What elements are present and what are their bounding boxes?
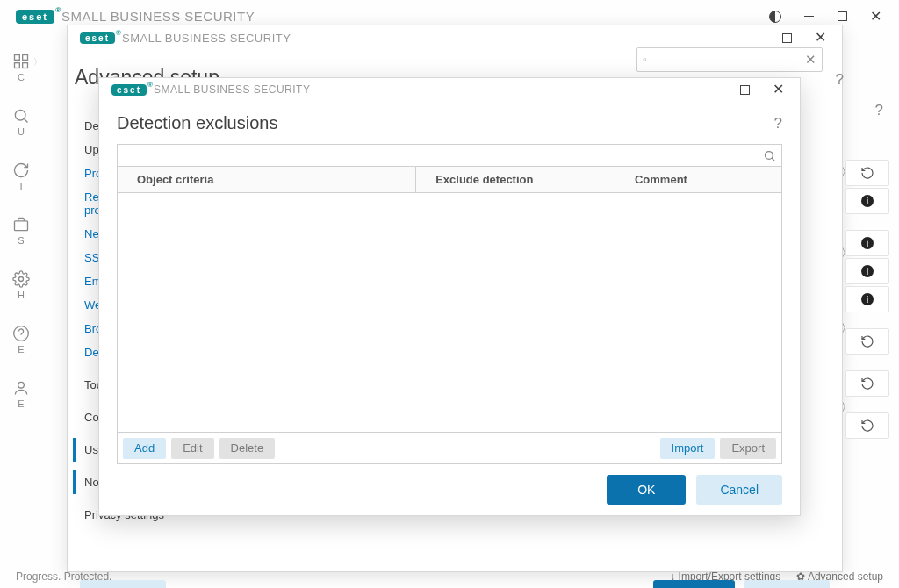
ok-button[interactable]: OK xyxy=(653,580,735,588)
adv-search-input[interactable] xyxy=(647,54,805,67)
eset-logo: eset SMALL BUSINESS SECURITY xyxy=(80,32,291,45)
cancel-button[interactable]: Cancel xyxy=(696,475,782,505)
info-icon[interactable]: i xyxy=(845,230,889,256)
svg-line-5 xyxy=(24,118,27,122)
revert-icon[interactable] xyxy=(845,412,889,439)
adv-search[interactable]: ✕ xyxy=(636,47,823,72)
sidebar-item-tools[interactable]: S xyxy=(12,216,30,246)
edit-button[interactable]: Edit xyxy=(171,438,213,459)
revert-icon[interactable] xyxy=(845,370,889,397)
sidebar-item-update[interactable]: T xyxy=(12,161,30,191)
revert-icon[interactable] xyxy=(845,160,889,186)
col-comment[interactable]: Comment xyxy=(615,167,781,192)
eset-logo-badge: eset xyxy=(16,10,54,24)
svg-point-10 xyxy=(18,382,25,388)
svg-rect-6 xyxy=(15,221,28,231)
excl-footer: OK Cancel xyxy=(99,464,800,515)
sidebar-item-help[interactable]: E xyxy=(12,325,30,355)
col-exclude-detection[interactable]: Exclude detection xyxy=(416,167,615,192)
chevron-right-icon: 〉 xyxy=(33,56,42,68)
svg-point-11 xyxy=(644,58,646,61)
excl-title: Detection exclusions xyxy=(117,113,277,133)
excl-body: Detection exclusions ? Object criteria E… xyxy=(99,101,800,464)
ok-button[interactable]: OK xyxy=(607,475,686,505)
eset-logo: eset SMALL BUSINESS SECURITY xyxy=(16,9,255,24)
svg-rect-3 xyxy=(23,63,28,68)
sidebar-item-dashboard[interactable]: C 〉 xyxy=(12,53,30,82)
export-button[interactable]: Export xyxy=(720,438,776,459)
svg-point-8 xyxy=(14,326,29,341)
svg-point-7 xyxy=(19,277,24,282)
main-left-sidebar: C 〉 U T S H E xyxy=(0,33,42,565)
svg-rect-1 xyxy=(23,55,28,61)
help-icon[interactable]: ? xyxy=(875,102,883,119)
excl-actions: Add Edit Delete Import Export xyxy=(117,433,782,464)
svg-rect-0 xyxy=(15,55,20,61)
search-icon xyxy=(763,149,776,162)
delete-button[interactable]: Delete xyxy=(219,438,276,459)
excl-search-input[interactable] xyxy=(123,148,763,163)
sidebar-item-settings[interactable]: H xyxy=(12,270,30,300)
adv-titlebar: eset SMALL BUSINESS SECURITY ✕ xyxy=(68,25,842,50)
excl-search[interactable] xyxy=(117,144,782,167)
adv-side-icons: i i i i xyxy=(845,160,889,441)
help-icon[interactable]: ? xyxy=(774,115,782,133)
eset-product-name: SMALL BUSINESS SECURITY xyxy=(61,9,255,24)
adv-footer: Default OK Cancel xyxy=(68,570,842,588)
sidebar-item-search[interactable]: U xyxy=(12,107,30,137)
excl-table-header: Object criteria Exclude detection Commen… xyxy=(118,167,781,193)
cancel-button[interactable]: Cancel xyxy=(744,580,830,588)
svg-point-4 xyxy=(15,110,25,120)
close-button[interactable]: ✕ xyxy=(761,76,795,103)
excl-titlebar: eset SMALL BUSINESS SECURITY ✕ xyxy=(99,78,800,101)
add-button[interactable]: Add xyxy=(123,438,166,459)
svg-point-13 xyxy=(766,151,773,159)
excl-table: Object criteria Exclude detection Commen… xyxy=(117,166,782,433)
import-button[interactable]: Import xyxy=(660,438,716,459)
close-button[interactable]: ✕ xyxy=(859,4,892,30)
info-icon[interactable]: i xyxy=(845,258,889,284)
default-button[interactable]: Default xyxy=(80,580,166,588)
detection-exclusions-dialog: eset SMALL BUSINESS SECURITY ✕ Detection… xyxy=(98,77,801,516)
svg-rect-2 xyxy=(15,63,20,68)
col-object-criteria[interactable]: Object criteria xyxy=(118,167,416,192)
revert-icon[interactable] xyxy=(845,328,889,355)
sidebar-item-account[interactable]: E xyxy=(12,379,30,409)
svg-line-14 xyxy=(772,158,774,161)
eset-logo: eset SMALL BUSINESS SECURITY xyxy=(111,83,310,96)
info-icon[interactable]: i xyxy=(845,286,889,312)
maximize-button[interactable] xyxy=(728,76,761,103)
clear-icon[interactable]: ✕ xyxy=(805,52,816,68)
help-icon[interactable]: ? xyxy=(836,71,844,89)
info-icon[interactable]: i xyxy=(845,188,889,214)
excl-table-body xyxy=(118,193,781,432)
